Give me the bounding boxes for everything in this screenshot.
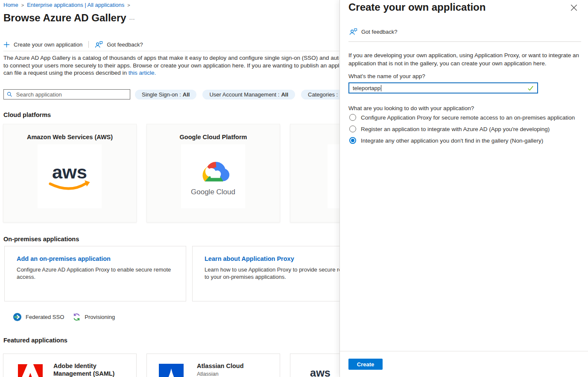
option-label: Register an application to integrate wit… [361, 126, 550, 132]
breadcrumb-home[interactable]: Home [3, 2, 18, 8]
card-add-on-premises-application[interactable]: Add an on-premises application Configure… [4, 246, 186, 301]
more-menu-icon[interactable]: … [129, 14, 135, 21]
provisioning-icon [73, 313, 81, 321]
this-article-link[interactable]: this article. [129, 70, 156, 76]
plus-icon [3, 41, 10, 48]
gallery-description: The Azure AD App Gallery is a catalog of… [3, 54, 339, 77]
app-purpose-options: Configure Application Proxy for secure r… [349, 114, 575, 144]
on-premises-cards: Add an on-premises application Configure… [4, 246, 377, 301]
toolbar-divider [88, 41, 89, 48]
on-premises-heading: On-premises applications [3, 236, 79, 243]
divider [340, 351, 588, 351]
gallery-description-line1: The Azure AD App Gallery is a catalog of… [3, 54, 339, 62]
app-name-label: What's the name of your app? [348, 73, 425, 79]
provisioning-label: Provisioning [85, 314, 115, 320]
aws-logo: aws [38, 144, 102, 208]
feedback-icon [349, 28, 357, 35]
gallery-description-line3: can file a request using the process des… [3, 69, 339, 77]
radio-icon[interactable] [349, 114, 356, 121]
atlassian-logo [159, 364, 184, 377]
page-title: Browse Azure AD Gallery [3, 12, 126, 24]
option-register-application[interactable]: Register an application to integrate wit… [349, 125, 575, 133]
create-button[interactable]: Create [348, 359, 383, 370]
google-cloud-logo: Google Cloud [181, 144, 245, 208]
adobe-logo [18, 364, 43, 377]
app-name-input[interactable]: teleportapp [348, 82, 538, 94]
chevron-right-icon: > [21, 3, 24, 8]
divider [3, 51, 339, 51]
federated-sso-legend: Federated SSO [13, 313, 64, 321]
card-atlassian-cloud[interactable]: Atlassian Cloud Atlassian [146, 354, 280, 377]
capability-legend: Federated SSO Provisioning [13, 313, 115, 321]
learn-application-proxy-link[interactable]: Learn about Application Proxy [205, 255, 294, 262]
add-on-premises-link[interactable]: Add an on-premises application [17, 255, 111, 262]
card-adobe-identity-management[interactable]: Adobe Identity Management (SAML) [3, 354, 137, 377]
card-title: Google Cloud Platform [147, 134, 280, 140]
card-description-line: access. [17, 273, 182, 281]
card-title: Amazon Web Services (AWS) [3, 134, 136, 140]
feedback-icon [95, 41, 103, 48]
filter-value: All [281, 91, 288, 98]
create-your-own-application-button[interactable]: Create your own application [3, 41, 82, 48]
filter-label: Single Sign-on : [142, 91, 181, 98]
aws-logo: aws [306, 366, 334, 377]
panel-description-line2: application that is not in the gallery, … [348, 59, 579, 67]
breadcrumb: Home > Enterprise applications | All app… [3, 2, 130, 8]
create-your-own-application-label: Create your own application [14, 41, 82, 48]
radio-icon[interactable] [349, 137, 356, 144]
search-icon [7, 91, 12, 97]
filter-label: User Account Management : [209, 91, 279, 98]
create-your-own-application-panel: Create your own application Got feedback… [339, 0, 588, 377]
card-google-cloud-platform[interactable]: Google Cloud Platform Google Cloud [146, 124, 280, 222]
svg-text:aws: aws [52, 162, 87, 182]
filter-pills: Single Sign-on : All User Account Manage… [135, 90, 354, 99]
breadcrumb-enterprise-applications[interactable]: Enterprise applications | All applicatio… [27, 2, 124, 8]
federated-sso-icon [13, 313, 22, 321]
panel-description-line1: If you are developing your own applicati… [348, 51, 579, 59]
option-label: Configure Application Proxy for secure r… [361, 114, 575, 121]
valid-check-icon [527, 85, 534, 91]
card-text: Adobe Identity Management (SAML) [53, 362, 127, 377]
panel-description: If you are developing your own applicati… [348, 51, 579, 67]
card-title: Atlassian Cloud [197, 362, 270, 370]
card-description-line: Configure Azure AD Application Proxy to … [17, 266, 182, 273]
gallery-description-line2: to connect your users more securely to t… [3, 62, 339, 70]
provisioning-legend: Provisioning [73, 313, 115, 321]
chevron-right-icon: > [127, 3, 130, 8]
cloud-platforms-heading: Cloud platforms [3, 111, 51, 118]
app-purpose-label: What are you looking to do with your app… [348, 105, 474, 111]
panel-got-feedback-button[interactable]: Got feedback? [349, 28, 398, 35]
command-bar: Create your own application Got feedback… [3, 39, 143, 50]
option-label: Integrate any other application you don'… [361, 137, 543, 144]
radio-icon[interactable] [349, 126, 356, 132]
search-application-input[interactable] [15, 91, 127, 98]
svg-text:aws: aws [310, 367, 331, 377]
gallery-description-line3-text: can file a request using the process des… [3, 70, 129, 76]
featured-heading: Featured applications [3, 337, 67, 344]
card-vendor: Atlassian [197, 371, 270, 377]
filter-value: All [183, 91, 190, 98]
divider [348, 41, 581, 42]
filter-user-account-management[interactable]: User Account Management : All [202, 90, 295, 99]
panel-got-feedback-label: Got feedback? [361, 29, 398, 35]
card-amazon-web-services[interactable]: Amazon Web Services (AWS) aws [3, 124, 137, 222]
option-integrate-non-gallery[interactable]: Integrate any other application you don'… [349, 137, 575, 144]
text-caret [381, 85, 381, 91]
search-application-box[interactable] [3, 89, 130, 99]
google-cloud-wordmark: Google Cloud [191, 188, 235, 196]
got-feedback-button[interactable]: Got feedback? [95, 41, 143, 48]
option-configure-application-proxy[interactable]: Configure Application Proxy for secure r… [349, 114, 575, 121]
card-text: Atlassian Cloud Atlassian [197, 362, 270, 377]
app-name-value: teleportapp [353, 85, 380, 91]
filter-label: Categories : [308, 91, 338, 98]
card-description: Configure Azure AD Application Proxy to … [17, 266, 182, 281]
got-feedback-label: Got feedback? [107, 41, 143, 48]
card-title: Adobe Identity Management (SAML) [53, 362, 127, 377]
filter-single-sign-on[interactable]: Single Sign-on : All [135, 90, 196, 99]
close-icon[interactable] [570, 4, 578, 12]
federated-sso-label: Federated SSO [26, 314, 64, 320]
panel-title: Create your own application [348, 1, 486, 13]
